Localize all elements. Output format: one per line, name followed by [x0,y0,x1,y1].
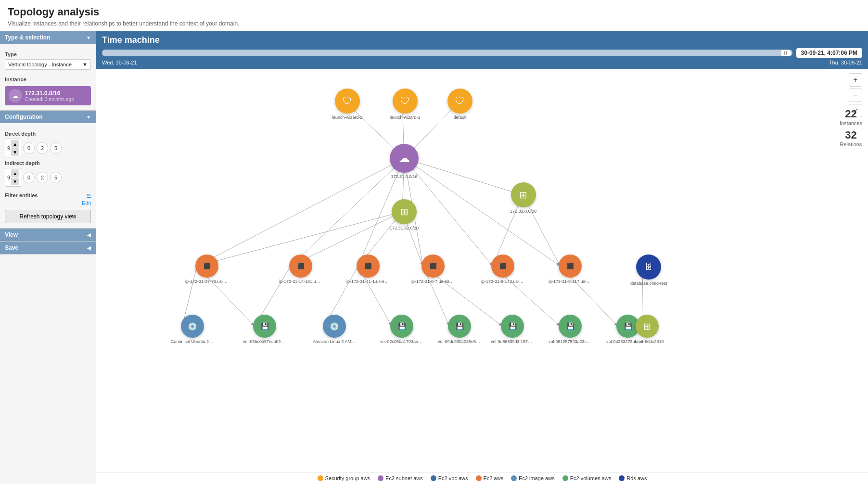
node-n3[interactable]: 🛡default [447,89,472,120]
node-label-rds: database.orsio-test [630,281,667,286]
node-icon-ec3: ⬛ [365,263,372,269]
node-img2[interactable]: 💿Amazon Linux 2 AMI 2.0... [313,315,356,344]
node-icon-vpc: ☁ [398,152,410,165]
legend-dot [511,475,517,481]
save-header[interactable]: Save ◀ [0,242,96,254]
node-label-vol4: vol-0d86839d3f1871cb0 [491,339,534,344]
node-label-vpc: 172.31.0.0/16 [391,174,417,179]
node-vol1[interactable]: 💾vol-05bc0d57ecaff2db9 [243,315,286,344]
node-icon-vol4: 💾 [509,322,517,330]
type-selection-toggle-icon: ▼ [86,35,91,40]
node-ec3[interactable]: ⬛ip-172-31-41-1.us-east-2.compute.intern… [346,255,390,284]
node-vol5[interactable]: 💾vol-081257593a23c52fe [549,315,592,344]
node-rds[interactable]: 🗄database.orsio-test [630,255,667,286]
node-circle-vol5: 💾 [559,315,582,338]
indirect-depth-up[interactable]: ▲ [11,169,19,177]
node-circle-sub2: ⊞ [511,182,536,207]
legend-item: Ec2 subnet aws [378,475,423,481]
edit-label[interactable]: Edit [5,200,91,206]
node-n2[interactable]: 🛡launch-wizard-1 [390,89,421,120]
instance-card: ☁ 172.31.0.0/16 Created: 3 months ago [5,86,91,105]
node-sub1[interactable]: ⊞172.31.32.0/20 [390,199,419,230]
node-icon-vol5: 💾 [566,322,574,330]
view-toggle-icon: ◀ [87,232,91,238]
direct-depth-down[interactable]: ▼ [11,148,19,156]
indirect-depth-down[interactable]: ▼ [11,178,19,185]
legend-label: Security group aws [325,475,370,481]
view-header[interactable]: View ◀ [0,229,96,241]
node-icon-ec5: ⬛ [499,263,507,269]
node-ec6[interactable]: ⬛ip-172-31-8-117.us-east-2.compute.inter… [549,255,592,284]
stats-panel: 22 Instances 32 Relations [840,108,862,150]
node-icon-vol2: 💾 [398,322,406,330]
node-label-img2: Amazon Linux 2 AMI 2.0... [313,339,356,344]
node-vol4[interactable]: 💾vol-0d86839d3f1871cb0 [491,315,534,344]
time-machine-bar[interactable] [102,50,792,56]
legend-dot [318,475,323,481]
indirect-depth-chip-5[interactable]: 5 [50,172,62,183]
topology-graph: + − ⤢ 22 Instances 32 Relations [96,69,868,472]
svg-line-12 [197,158,404,266]
indirect-depth-chip-0[interactable]: 0 [23,172,35,183]
filter-label: Filter entities [5,192,38,198]
svg-line-5 [404,158,523,195]
node-icon-vol1: 💾 [261,322,269,330]
svg-line-13 [291,158,404,266]
legend-label: Ec2 image aws [519,475,555,481]
node-circle-vol1: 💾 [253,315,276,338]
node-ec5[interactable]: ⬛ip-172-31-8-143.us-east-2.compute.inter… [481,255,524,284]
node-ec4[interactable]: ⬛ip-172-31-0-7.us-east-2.compute.interna… [411,255,455,284]
node-sub2[interactable]: ⊞172.31.0.0/20 [510,182,536,214]
node-circle-vol3: 💾 [448,315,471,338]
node-icon-img2: 💿 [330,322,339,331]
node-icon-sub1: ⊞ [400,206,408,217]
indirect-depth-chip-2[interactable]: 2 [37,172,48,183]
node-label-vol3: vol-09dc9304089e5c9c8 [438,339,481,344]
node-icon-ec4: ⬛ [430,263,437,269]
node-vol2[interactable]: 💾vol-02c05ba1703aa351b [380,315,423,344]
indirect-depth-value: 9 [7,175,10,180]
node-ec1[interactable]: ⬛ip-172-31-37-76.us-east-2.compute.inter… [185,255,229,284]
node-icon-subn: ⊞ [643,321,651,332]
node-subn[interactable]: ⊞subnet-6ddc2310 [630,315,664,344]
node-vpc[interactable]: ☁172.31.0.0/16 [390,144,419,179]
node-circle-ec4: ⬛ [421,255,445,278]
zoom-out-button[interactable]: − [849,89,862,102]
legend-label: Ec2 subnet aws [385,475,423,481]
edit-filter-link[interactable]: ✏ [87,192,91,198]
node-circle-n2: 🛡 [393,89,418,114]
node-circle-ec5: ⬛ [491,255,514,278]
configuration-section: Configuration ▼ Direct depth 9 ▲ ▼ 0 [0,111,96,229]
direct-depth-chip-0[interactable]: 0 [23,142,35,154]
time-machine-handle[interactable] [781,50,791,56]
relations-count: 32 [840,129,862,141]
indirect-depth-spinner[interactable]: 9 ▲ ▼ [5,168,21,187]
indirect-depth-label: Indirect depth [5,160,91,166]
legend-dot [476,475,482,481]
node-vol3[interactable]: 💾vol-09dc9304089e5c9c8 [438,315,481,344]
legend-label: Ec2 aws [484,475,504,481]
node-label-ec1: ip-172-31-37-76.us-east-2.compute.intern… [185,279,229,284]
configuration-toggle-icon: ▼ [86,115,91,120]
node-ec2[interactable]: ⬛ip-172-31-14-181.us-east-2.compute.inte… [279,255,322,284]
type-dropdown[interactable]: Vertical topology - Instance ▼ [5,59,91,70]
direct-depth-up[interactable]: ▲ [11,140,19,148]
direct-depth-chip-5[interactable]: 5 [50,142,62,154]
legend-panel: Security group awsEc2 subnet awsEc2 vpc … [96,472,868,484]
node-circle-ec6: ⬛ [559,255,582,278]
page-subtitle: Visualize instances and their relationsh… [8,20,860,27]
type-selection-header[interactable]: Type & selection ▼ [0,31,96,44]
node-circle-ec3: ⬛ [357,255,380,278]
zoom-in-button[interactable]: + [849,73,862,87]
node-img1[interactable]: 💿Canonical Ubuntu 20.04 LTS... [171,315,214,344]
direct-depth-spinner[interactable]: 9 ▲ ▼ [5,139,21,157]
node-icon-n1: 🛡 [343,96,352,107]
legend-dot [562,475,568,481]
node-n1[interactable]: 🛡launch-wizard-2 [332,89,363,120]
node-circle-vpc: ☁ [390,144,419,173]
legend-label: Rds aws [626,475,647,481]
direct-depth-chip-2[interactable]: 2 [37,142,48,154]
node-icon-ec6: ⬛ [567,263,574,269]
refresh-topology-button[interactable]: Refresh topology view [5,210,91,223]
configuration-header[interactable]: Configuration ▼ [0,111,96,123]
